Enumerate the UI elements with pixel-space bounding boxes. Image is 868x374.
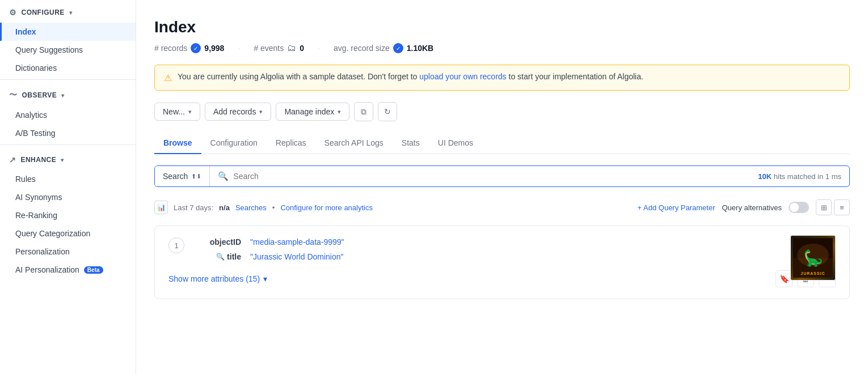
grid-view-button[interactable]: ⊞ bbox=[816, 199, 832, 215]
analytics-bar: 📊 Last 7 days: n/a Searches • Configure … bbox=[154, 196, 850, 219]
sidebar-item-personalization[interactable]: Personalization bbox=[0, 243, 136, 261]
sidebar-observe-label: OBSERVE bbox=[22, 91, 57, 99]
add-records-button[interactable]: Add records ▾ bbox=[205, 103, 271, 121]
search-type-chevron-icon: ⬆⬇ bbox=[191, 173, 201, 180]
query-alternatives-label: Query alternatives bbox=[722, 203, 782, 212]
title-value: "Jurassic World Dominion" bbox=[250, 252, 344, 261]
title-label: title bbox=[227, 252, 241, 261]
query-alternatives-toggle[interactable] bbox=[789, 202, 809, 213]
stats-sep-1: · bbox=[238, 44, 240, 53]
sidebar-item-index[interactable]: Index bbox=[0, 23, 136, 41]
events-value: 0 bbox=[300, 44, 304, 53]
sidebar-divider-2 bbox=[0, 144, 136, 145]
sidebar-item-ab-testing[interactable]: A/B Testing bbox=[0, 124, 136, 142]
searches-na: n/a bbox=[219, 203, 230, 212]
gear-icon: ⚙ bbox=[9, 8, 16, 17]
sidebar-observe-header[interactable]: 〜 OBSERVE ▾ bbox=[0, 82, 136, 106]
sidebar-item-ai-personalization[interactable]: AI Personalization Beta bbox=[0, 261, 136, 279]
refresh-icon: ↻ bbox=[384, 107, 391, 116]
record-footer: Show more attributes (15) ▾ 🔖 🗑 ✏ bbox=[168, 270, 836, 287]
search-type-label: Search bbox=[163, 172, 188, 181]
search-container: Search ⬆⬇ 🔍 10K hits matched in 1 ms bbox=[154, 165, 850, 187]
tab-browse[interactable]: Browse bbox=[154, 133, 201, 154]
bar-chart-icon: 📊 bbox=[154, 201, 168, 214]
list-view-button[interactable]: ≡ bbox=[834, 199, 850, 215]
sidebar-item-query-categorization[interactable]: Query Categorization bbox=[0, 224, 136, 243]
title-label-wrapper: 🔍 title bbox=[196, 252, 241, 261]
events-label: # events bbox=[254, 44, 284, 53]
view-icons: ⊞ ≡ bbox=[816, 199, 850, 215]
records-stat: # records ✓ 9,998 bbox=[154, 43, 224, 53]
search-icon: 🔍 bbox=[218, 171, 229, 181]
record-number: 1 bbox=[168, 237, 184, 253]
stats-sep-2: · bbox=[318, 44, 320, 53]
tab-search-api-logs[interactable]: Search API Logs bbox=[315, 133, 393, 154]
svg-text:🦕: 🦕 bbox=[803, 249, 823, 267]
chevron-down-icon-2: ▾ bbox=[61, 92, 64, 99]
warning-icon: ⚠ bbox=[164, 73, 172, 83]
inbox-icon: 🗂 bbox=[287, 43, 296, 53]
sidebar-item-query-suggestions[interactable]: Query Suggestions bbox=[0, 41, 136, 59]
record-card: 1 objectID "media-sample-data-9999" 🔍 ti… bbox=[154, 226, 850, 299]
sidebar-divider-1 bbox=[0, 79, 136, 80]
manage-index-chevron-icon: ▾ bbox=[338, 108, 341, 116]
add-query-param-button[interactable]: + Add Query Parameter bbox=[638, 203, 715, 212]
sidebar: ⚙ CONFIGURE ▾ Index Query Suggestions Di… bbox=[0, 0, 136, 374]
avg-size-stat: avg. record size ✓ 1.10KB bbox=[334, 43, 433, 53]
warning-banner: ⚠ You are currently using Algolia with a… bbox=[154, 65, 850, 91]
search-field-icon: 🔍 bbox=[216, 253, 225, 261]
record-content: objectID "media-sample-data-9999" 🔍 titl… bbox=[196, 237, 836, 261]
sidebar-item-dictionaries[interactable]: Dictionaries bbox=[0, 59, 136, 77]
copy-icon: ⧉ bbox=[361, 107, 366, 117]
sidebar-configure-header[interactable]: ⚙ CONFIGURE ▾ bbox=[0, 0, 136, 23]
record-field-title: 🔍 title "Jurassic World Dominion" bbox=[196, 252, 836, 261]
copy-button[interactable]: ⧉ bbox=[354, 102, 373, 121]
analytics-right: + Add Query Parameter Query alternatives… bbox=[638, 199, 850, 215]
avg-size-value: 1.10KB bbox=[407, 44, 433, 53]
records-check-icon: ✓ bbox=[191, 43, 201, 53]
observe-icon: 〜 bbox=[9, 90, 17, 100]
tab-stats[interactable]: Stats bbox=[393, 133, 429, 154]
chevron-down-icon-3: ▾ bbox=[61, 157, 64, 163]
new-button[interactable]: New... ▾ bbox=[154, 103, 200, 121]
upload-records-link[interactable]: upload your own records bbox=[419, 72, 506, 81]
objectid-label: objectID bbox=[196, 237, 241, 246]
search-input[interactable] bbox=[233, 166, 742, 186]
search-hits: 10K hits matched in 1 ms bbox=[750, 166, 849, 186]
sidebar-enhance-header[interactable]: ↗ ENHANCE ▾ bbox=[0, 147, 136, 170]
toolbar: New... ▾ Add records ▾ Manage index ▾ ⧉ … bbox=[154, 102, 850, 121]
events-stat: # events 🗂 0 bbox=[254, 43, 304, 53]
tab-ui-demos[interactable]: UI Demos bbox=[429, 133, 482, 154]
objectid-value: "media-sample-data-9999" bbox=[250, 237, 344, 246]
analytics-left: 📊 Last 7 days: n/a Searches • Configure … bbox=[154, 201, 373, 214]
sidebar-item-ai-synonyms[interactable]: AI Synonyms bbox=[0, 188, 136, 206]
chevron-down-icon: ▾ bbox=[69, 10, 72, 16]
movie-poster-image: 🦕 JURASSIC bbox=[793, 238, 833, 278]
main-content: Index # records ✓ 9,998 · # events 🗂 0 ·… bbox=[136, 0, 868, 374]
beta-badge: Beta bbox=[84, 266, 103, 274]
tab-configuration[interactable]: Configuration bbox=[201, 133, 267, 154]
manage-index-button[interactable]: Manage index ▾ bbox=[276, 103, 349, 121]
enhance-icon: ↗ bbox=[9, 155, 16, 164]
tab-replicas[interactable]: Replicas bbox=[267, 133, 315, 154]
record-image-inner: 🦕 JURASSIC bbox=[791, 236, 835, 280]
search-type-selector[interactable]: Search ⬆⬇ bbox=[155, 166, 210, 186]
svg-text:JURASSIC: JURASSIC bbox=[800, 271, 825, 275]
show-more-chevron-icon: ▾ bbox=[263, 274, 267, 283]
avg-check-icon: ✓ bbox=[393, 43, 403, 53]
record-image: 🦕 JURASSIC bbox=[790, 235, 836, 280]
sidebar-item-analytics[interactable]: Analytics bbox=[0, 106, 136, 124]
refresh-button[interactable]: ↻ bbox=[378, 102, 397, 121]
warning-text: You are currently using Algolia with a s… bbox=[178, 72, 643, 81]
record-field-objectid: objectID "media-sample-data-9999" bbox=[196, 237, 836, 246]
configure-analytics-link[interactable]: Configure for more analytics bbox=[280, 203, 373, 212]
stats-row: # records ✓ 9,998 · # events 🗂 0 · avg. … bbox=[154, 43, 850, 53]
last-7-days-label: Last 7 days: bbox=[174, 203, 213, 212]
sidebar-item-rules[interactable]: Rules bbox=[0, 170, 136, 188]
tabs: Browse Configuration Replicas Search API… bbox=[154, 133, 850, 154]
sidebar-configure-label: CONFIGURE bbox=[21, 8, 64, 16]
avg-size-label: avg. record size bbox=[334, 44, 390, 53]
sidebar-item-re-ranking[interactable]: Re-Ranking bbox=[0, 206, 136, 224]
show-more-button[interactable]: Show more attributes (15) ▾ bbox=[168, 274, 267, 283]
searches-link[interactable]: Searches bbox=[235, 203, 267, 212]
